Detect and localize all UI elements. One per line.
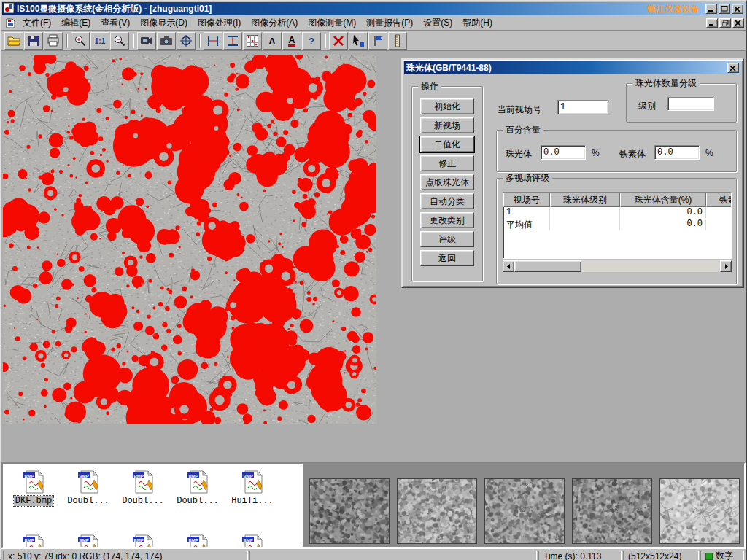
application-window: IS100显微摄像系统(金相分析版) - [zhuguangti01] 镇江仪器… — [0, 0, 747, 560]
menu-image-display[interactable]: 图像显示(D) — [135, 15, 193, 31]
help-button[interactable]: ? — [302, 32, 321, 50]
zoom-out-button[interactable] — [110, 32, 129, 50]
zoom-out-icon — [113, 34, 126, 47]
menu-image-analysis[interactable]: 图像分析(A) — [246, 15, 303, 31]
table-row[interactable]: 1 0.0 — [503, 207, 731, 219]
file-item[interactable]: DKF.bmp — [7, 470, 60, 506]
scrollbar-track[interactable] — [514, 260, 720, 272]
thumbnail-4[interactable] — [572, 478, 652, 544]
save-button[interactable] — [24, 32, 43, 50]
bmp-file-icon[interactable] — [131, 534, 155, 547]
bmp-file-icon[interactable] — [76, 534, 101, 547]
menu-image-process[interactable]: 图像处理(I) — [193, 15, 246, 31]
thumbnail-1[interactable] — [309, 478, 390, 544]
op-binarize-button[interactable]: 二值化 — [420, 136, 474, 152]
bmp-file-icon[interactable] — [185, 534, 210, 547]
file-label: Doubl... — [175, 496, 220, 506]
dialog-title: 珠光体(GB/T9441-88) — [406, 62, 492, 74]
op-correct-button[interactable]: 修正 — [420, 155, 474, 171]
scroll-right-button[interactable] — [720, 260, 732, 272]
col-ferrite[interactable]: 铁素 — [706, 192, 732, 207]
op-new-field-button[interactable]: 新视场 — [420, 117, 474, 133]
toolbar-separator — [199, 34, 201, 48]
op-pick-pearlite-button[interactable]: 点取珠光体 — [420, 174, 474, 190]
ferrite-input[interactable] — [654, 145, 700, 160]
current-field-input[interactable] — [557, 100, 608, 114]
minimize-button[interactable] — [705, 4, 717, 14]
thumbnail-5[interactable] — [659, 478, 740, 544]
flag-marker-button[interactable] — [368, 32, 387, 50]
col-pearlite-grade[interactable]: 珠光体级别 — [550, 192, 620, 207]
target-button[interactable] — [177, 32, 196, 50]
pointer-select-button[interactable] — [349, 32, 368, 50]
menu-view[interactable]: 查看(V) — [96, 15, 135, 31]
mdi-close-button[interactable] — [732, 18, 744, 28]
open-button[interactable] — [4, 32, 23, 50]
status-mode: 数字 — [700, 551, 744, 560]
print-button[interactable] — [44, 32, 63, 50]
file-list[interactable]: DKF.bmp Doubl... Doubl... Doubl... HuiTi… — [3, 464, 303, 547]
cell-grade — [550, 219, 620, 230]
menu-image-measure[interactable]: 图像测量(M) — [303, 15, 361, 31]
menu-file[interactable]: 文件(F) — [18, 15, 56, 31]
status-time: Time (s): 0.113 — [538, 551, 622, 560]
mdi-document-icon — [4, 18, 16, 29]
thumbnail-2[interactable] — [397, 478, 477, 544]
font-button[interactable]: A — [263, 32, 282, 50]
scroll-right-icon — [724, 264, 729, 269]
micrograph-image[interactable] — [3, 55, 376, 424]
menu-measure-report[interactable]: 测量报告(P) — [361, 15, 418, 31]
caliper-horizontal-icon — [226, 34, 239, 47]
scroll-left-button[interactable] — [503, 260, 514, 272]
status-bar: x: 510 y: 79 idx: 0 RGB: (174, 174, 174)… — [1, 548, 746, 560]
font-color-button[interactable]: A — [282, 32, 301, 50]
file-item[interactable]: Doubl... — [171, 470, 224, 506]
title-bar[interactable]: IS100显微摄像系统(金相分析版) - [zhuguangti01] 镇江仪器… — [2, 2, 745, 15]
measure-grid-button[interactable] — [243, 32, 262, 50]
cell-ferrite — [706, 219, 732, 230]
caliper-vertical-button[interactable] — [204, 32, 222, 50]
menu-help[interactable]: 帮助(H) — [457, 15, 498, 31]
zoom-in-button[interactable] — [71, 32, 90, 50]
caliper-horizontal-button[interactable] — [223, 32, 242, 50]
mdi-close-icon — [735, 20, 741, 26]
actual-size-button[interactable]: 1:1 — [90, 32, 109, 50]
op-return-button[interactable]: 返回 — [420, 250, 474, 266]
op-grade-button[interactable]: 评级 — [420, 231, 474, 247]
mdi-restore-button[interactable] — [719, 18, 731, 28]
bmp-file-icon[interactable] — [240, 534, 265, 547]
file-item[interactable]: HuiTi... — [226, 470, 279, 506]
close-button[interactable] — [732, 4, 743, 14]
pointer-icon — [352, 34, 365, 47]
file-item[interactable]: Doubl... — [117, 470, 169, 506]
operations-group-label: 操作 — [418, 81, 441, 91]
maximize-button[interactable] — [719, 4, 730, 14]
pearlite-input[interactable] — [541, 145, 586, 160]
status-position: x: 510 y: 79 idx: 0 RGB: (174, 174, 174) — [3, 551, 248, 560]
op-initialize-button[interactable]: 初始化 — [420, 98, 474, 114]
table-row[interactable]: 平均值 0.0 — [503, 219, 731, 230]
close-icon — [735, 7, 740, 12]
table-hscrollbar[interactable] — [503, 260, 732, 272]
scrollbar-thumb[interactable] — [514, 260, 581, 272]
video-capture-button[interactable] — [137, 32, 156, 50]
camera-capture-button[interactable] — [157, 32, 176, 50]
bmp-file-icon[interactable] — [21, 534, 46, 547]
toolbar-separator — [133, 34, 134, 48]
delete-measure-button[interactable] — [329, 32, 348, 50]
thumbnail-3[interactable] — [484, 478, 565, 544]
col-pearlite-content[interactable]: 珠光体含量(%) — [620, 192, 706, 207]
file-item[interactable]: Doubl... — [62, 470, 115, 506]
menu-settings[interactable]: 设置(S) — [418, 15, 457, 31]
dialog-close-button[interactable] — [727, 63, 739, 73]
op-auto-classify-button[interactable]: 自动分类 — [420, 193, 474, 209]
col-field-number[interactable]: 视场号 — [503, 192, 550, 207]
grade-level-input[interactable] — [667, 97, 714, 111]
bmp-file-icon — [76, 470, 101, 494]
ruler-button[interactable] — [388, 32, 407, 50]
op-change-class-button[interactable]: 更改类别 — [420, 212, 474, 228]
dialog-title-bar[interactable]: 珠光体(GB/T9441-88) — [404, 61, 741, 74]
status-mode-label: 数字 — [716, 551, 733, 560]
menu-edit[interactable]: 编辑(E) — [56, 15, 96, 31]
mdi-minimize-button[interactable] — [706, 18, 718, 28]
